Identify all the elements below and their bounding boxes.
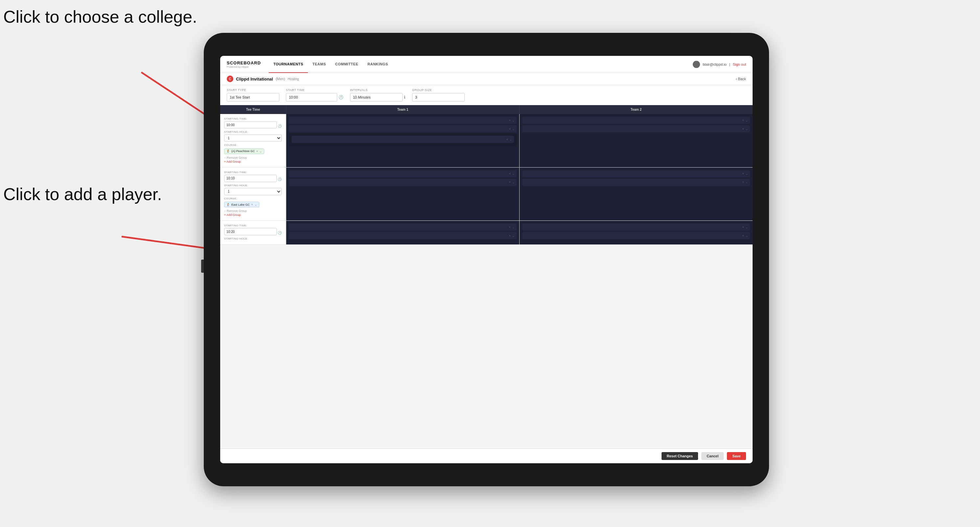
intervals-info-icon: ℹ (404, 95, 406, 100)
player-x-icon-6-1[interactable]: × (742, 225, 744, 229)
nav-tournaments[interactable]: TOURNAMENTS (269, 56, 308, 73)
player-x-icon-6-2[interactable]: × (742, 234, 744, 238)
annotation-add-player: Click to add a player. (3, 184, 162, 204)
time-icon-3: 🕐 (278, 231, 282, 235)
player-slot-2-2[interactable]: × ⌄ (522, 125, 750, 132)
user-avatar (693, 61, 700, 68)
course-remove-2[interactable]: × (251, 203, 253, 206)
time-icon-1: 🕐 (278, 124, 282, 128)
player-expand-icon-1-2[interactable]: ⌄ (512, 127, 515, 131)
remove-group-2[interactable]: ○ Remove Group (224, 209, 282, 213)
sign-out-link[interactable]: Sign out (733, 62, 746, 67)
team1-col-row2: × ⌄ × ⌄ (286, 168, 519, 221)
footer-bar: Reset Changes Cancel Save (220, 448, 752, 463)
start-time-input[interactable] (286, 93, 337, 102)
player-expand-icon-5-2[interactable]: ⌄ (512, 234, 515, 238)
player-slot-5-1[interactable]: × ⌄ (289, 224, 517, 231)
player-slot-6-1[interactable]: × ⌄ (522, 224, 750, 231)
group-size-select[interactable]: 3 (412, 93, 465, 102)
start-time-group: Start Time 🕐 (286, 88, 344, 102)
starting-hole-label-1: STARTING HOLE: (224, 130, 282, 133)
player-x-icon-2-2[interactable]: × (742, 127, 744, 131)
schedule-row-2: STARTING TIME: 🕐 STARTING HOLE: 1 COURSE… (220, 168, 752, 221)
player-x-icon-4-2[interactable]: × (742, 180, 744, 184)
course-tag-2[interactable]: 🏌 East Lake GC × ⌄ (224, 202, 259, 207)
player-x-icon-5-2[interactable]: × (509, 234, 511, 238)
course-expand-2[interactable]: ⌄ (255, 203, 257, 206)
col-tee-time: Tee Time (220, 105, 286, 114)
player-expand-icon-3-1[interactable]: ⌄ (512, 172, 515, 175)
player-slot-6-2[interactable]: × ⌄ (522, 232, 750, 239)
player-x-icon-3-1[interactable]: × (509, 172, 511, 175)
starting-time-input-1[interactable] (224, 121, 277, 129)
player-slot-1-3[interactable]: × ⌄ (291, 136, 514, 143)
player-slot-3-2[interactable]: × ⌄ (289, 179, 517, 186)
course-remove-1[interactable]: × (256, 149, 258, 153)
nav-committee[interactable]: COMMITTEE (331, 56, 363, 73)
player-expand-icon-6-2[interactable]: ⌄ (745, 234, 748, 238)
nav-rankings[interactable]: RANKINGS (363, 56, 393, 73)
player-x-icon-4-1[interactable]: × (742, 172, 744, 175)
player-x-icon-3-2[interactable]: × (509, 180, 511, 184)
starting-time-input-3[interactable] (224, 228, 277, 235)
starting-time-input-2[interactable] (224, 175, 277, 182)
cancel-button[interactable]: Cancel (701, 452, 724, 460)
course-expand-1[interactable]: ⌄ (259, 149, 262, 153)
player-expand-icon-2-1[interactable]: ⌄ (745, 119, 748, 122)
player-expand-icon-6-1[interactable]: ⌄ (745, 225, 748, 229)
starting-hole-select-2[interactable]: 1 (224, 188, 282, 195)
player-slot-2-1[interactable]: × ⌄ (522, 117, 750, 124)
player-slot-4-1[interactable]: × ⌄ (522, 170, 750, 178)
player-x-icon-1-2[interactable]: × (509, 127, 511, 131)
player-x-icon-5-1[interactable]: × (509, 225, 511, 229)
add-group-1[interactable]: + Add Group (224, 160, 282, 163)
save-button[interactable]: Save (727, 452, 746, 460)
start-type-select[interactable]: 1st Tee Start (227, 93, 279, 102)
start-type-label: Start Type (227, 88, 279, 92)
main-content: Tee Time Team 1 Team 2 STARTING TIME: 🕐 … (220, 105, 752, 463)
row-2-controls: STARTING TIME: 🕐 STARTING HOLE: 1 COURSE… (220, 168, 286, 221)
add-group-2[interactable]: + Add Group (224, 213, 282, 216)
nav-teams[interactable]: TEAMS (308, 56, 331, 73)
brand-title: SCOREBOARD (227, 60, 261, 65)
player-expand-icon-4-1[interactable]: ⌄ (745, 172, 748, 175)
player-x-icon-2-1[interactable]: × (742, 119, 744, 122)
table-header: Tee Time Team 1 Team 2 (220, 105, 752, 114)
remove-group-1[interactable]: ○ Remove Group (224, 156, 282, 159)
start-type-group: Start Type 1st Tee Start (227, 88, 279, 102)
player-expand-icon-1-3[interactable]: ⌄ (509, 138, 512, 141)
player-x-icon-1-1[interactable]: × (509, 119, 511, 122)
start-time-label: Start Time (286, 88, 344, 92)
team1-col-row3: × ⌄ × ⌄ (286, 221, 519, 244)
tablet-screen: SCOREBOARD Powered by clippd TOURNAMENTS… (220, 56, 752, 463)
player-slot-4-2[interactable]: × ⌄ (522, 179, 750, 186)
intervals-select[interactable]: 10 Minutes (350, 93, 402, 102)
player-expand-icon-3-2[interactable]: ⌄ (512, 180, 515, 184)
course-label-1: COURSE: (224, 144, 282, 146)
starting-hole-select-1[interactable]: 1 (224, 134, 282, 141)
intervals-group: Intervals 10 Minutes ℹ (350, 88, 406, 102)
form-controls: Start Type 1st Tee Start Start Time 🕐 In… (220, 85, 752, 105)
c-logo: C (227, 76, 233, 82)
course-tag-1[interactable]: 🏌 (A) Peachtree GC × ⌄ (224, 149, 264, 154)
nav-right: blair@clippd.io | Sign out (693, 61, 746, 68)
course-label-2: COURSE: (224, 197, 282, 200)
back-button[interactable]: ‹ Back (736, 77, 746, 81)
annotation-choose-college: Click to choose a college. (3, 6, 197, 27)
schedule-row: STARTING TIME: 🕐 STARTING HOLE: 1 COURSE… (220, 114, 752, 168)
course-icon-1: 🏌 (226, 149, 230, 153)
reset-changes-button[interactable]: Reset Changes (662, 452, 698, 460)
player-expand-icon-1-1[interactable]: ⌄ (512, 119, 515, 122)
player-slot-3-1[interactable]: × ⌄ (289, 170, 517, 178)
group-size-label: Group Size (412, 88, 465, 92)
player-expand-icon-5-1[interactable]: ⌄ (512, 225, 515, 229)
starting-hole-label-3: STARTING HOLE: (224, 237, 282, 240)
rows-container: STARTING TIME: 🕐 STARTING HOLE: 1 COURSE… (220, 114, 752, 448)
player-expand-icon-4-2[interactable]: ⌄ (745, 180, 748, 184)
player-expand-icon-2-2[interactable]: ⌄ (745, 127, 748, 131)
starting-time-label-2: STARTING TIME: (224, 171, 282, 174)
player-slot-1-1[interactable]: × ⌄ (289, 117, 517, 124)
player-slot-5-2[interactable]: × ⌄ (289, 232, 517, 239)
player-x-icon-1-3[interactable]: × (506, 138, 508, 141)
player-slot-1-2[interactable]: × ⌄ (289, 125, 517, 132)
